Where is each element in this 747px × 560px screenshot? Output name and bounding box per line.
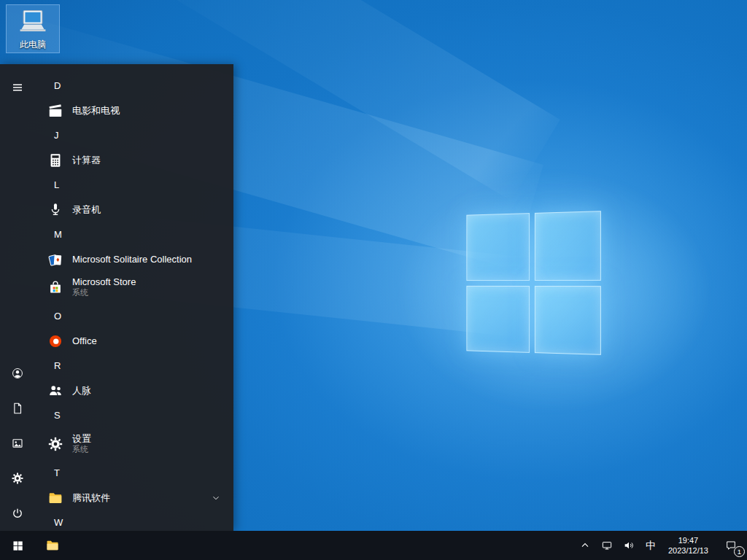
notification-badge: 1: [734, 546, 745, 557]
app-item-microsoft-store[interactable]: Microsoft Store 系统: [35, 271, 233, 303]
power-icon: [11, 507, 24, 520]
app-item-settings[interactable]: 设置 系统: [35, 428, 233, 460]
expand-start-menu-button[interactable]: [0, 73, 35, 102]
start-section-letter-o[interactable]: O: [35, 303, 233, 329]
clock-date: 2023/12/13: [668, 545, 708, 556]
start-section-letter-r[interactable]: R: [35, 353, 233, 378]
section-letter-label: D: [54, 80, 61, 91]
start-section-letter-w[interactable]: W: [35, 510, 233, 531]
app-item-people[interactable]: 人脉: [35, 378, 233, 402]
section-letter-label: L: [54, 179, 59, 190]
hamburger-icon: [11, 81, 24, 94]
this-pc-icon: [17, 7, 49, 38]
movies-tv-icon: [47, 102, 64, 120]
tray-overflow-button[interactable]: [574, 531, 596, 560]
people-icon: [47, 382, 64, 400]
app-item-movies-tv[interactable]: 电影和电视: [35, 98, 233, 122]
taskbar-clock[interactable]: 19:47 2023/12/13: [662, 531, 715, 560]
section-letter-label: R: [54, 360, 61, 371]
rail-spacer: [0, 102, 35, 356]
office-icon: [47, 332, 64, 350]
start-section-letter-l[interactable]: L: [35, 172, 233, 198]
app-label: Microsoft Store: [72, 276, 136, 287]
start-section-letter-t[interactable]: T: [35, 460, 233, 486]
settings-button[interactable]: [0, 461, 35, 496]
power-button[interactable]: [0, 496, 35, 531]
start-section-letter-d[interactable]: D: [35, 73, 233, 98]
start-section-letter-j[interactable]: J: [35, 122, 233, 148]
app-label: 电影和电视: [72, 104, 120, 117]
windows-logo-pane: [534, 211, 601, 280]
settings-icon: [47, 435, 64, 453]
action-center-button[interactable]: 1: [715, 531, 747, 560]
taskbar: 中 19:47 2023/12/13 1: [0, 531, 747, 560]
speaker-icon: [623, 540, 635, 551]
ime-indicator[interactable]: 中: [640, 531, 662, 560]
desktop-icon-label: 此电脑: [20, 39, 46, 51]
desktop-icon-this-pc[interactable]: 此电脑: [6, 4, 60, 53]
app-label: 腾讯软件: [72, 491, 110, 505]
app-label: 设置: [72, 433, 91, 444]
app-label: 录音机: [72, 203, 101, 217]
app-text: 设置 系统: [72, 433, 91, 455]
app-item-calculator[interactable]: 计算器: [35, 148, 233, 172]
desktop: 此电脑: [0, 0, 747, 560]
start-button[interactable]: [0, 531, 35, 560]
pictures-icon: [11, 437, 24, 450]
store-icon: [47, 279, 64, 296]
pictures-button[interactable]: [0, 426, 35, 461]
section-letter-label: S: [54, 410, 61, 421]
file-explorer-button[interactable]: [35, 531, 70, 560]
volume-button[interactable]: [618, 531, 640, 560]
network-status-button[interactable]: [596, 531, 618, 560]
app-label: 计算器: [72, 154, 101, 167]
app-item-voice-recorder[interactable]: 录音机: [35, 198, 233, 222]
documents-button[interactable]: [0, 391, 35, 426]
chevron-up-icon: [579, 540, 591, 551]
start-menu-rail: [0, 64, 35, 531]
app-item-tencent-folder[interactable]: 腾讯软件: [35, 486, 233, 510]
app-label: Office: [72, 335, 97, 346]
section-letter-label: W: [54, 517, 63, 528]
section-letter-label: O: [54, 311, 61, 322]
start-menu: D 电影和电视 J: [0, 64, 233, 531]
windows-logo-pane: [534, 286, 601, 355]
section-letter-label: M: [54, 229, 62, 240]
app-item-office[interactable]: Office: [35, 329, 233, 353]
chevron-down-icon: [212, 494, 220, 502]
windows-logo-pane: [466, 213, 529, 280]
gear-icon: [11, 472, 24, 485]
app-sublabel: 系统: [72, 444, 91, 455]
start-section-letter-m[interactable]: M: [35, 222, 233, 247]
user-icon: [11, 367, 24, 380]
section-letter-label: T: [54, 467, 60, 478]
clock-time: 19:47: [678, 535, 699, 545]
folder-icon: [47, 489, 64, 507]
app-item-solitaire[interactable]: Microsoft Solitaire Collection: [35, 247, 233, 271]
calculator-icon: [47, 152, 64, 169]
app-label: 人脉: [72, 384, 91, 397]
user-account-button[interactable]: [0, 356, 35, 391]
windows-logo: [466, 211, 601, 355]
file-explorer-icon: [45, 538, 60, 553]
app-sublabel: 系统: [72, 287, 136, 298]
windows-logo-pane: [466, 285, 529, 352]
document-icon: [11, 402, 24, 415]
windows-start-icon: [12, 540, 24, 552]
start-menu-app-list: D 电影和电视 J: [35, 64, 233, 531]
voice-recorder-icon: [47, 201, 64, 219]
start-section-letter-s[interactable]: S: [35, 402, 233, 428]
solitaire-icon: [47, 251, 64, 268]
section-letter-label: J: [54, 130, 59, 141]
app-label: Microsoft Solitaire Collection: [72, 254, 192, 265]
app-text: Microsoft Store 系统: [72, 276, 136, 298]
system-tray: 中 19:47 2023/12/13 1: [574, 531, 747, 560]
network-icon: [601, 540, 613, 551]
